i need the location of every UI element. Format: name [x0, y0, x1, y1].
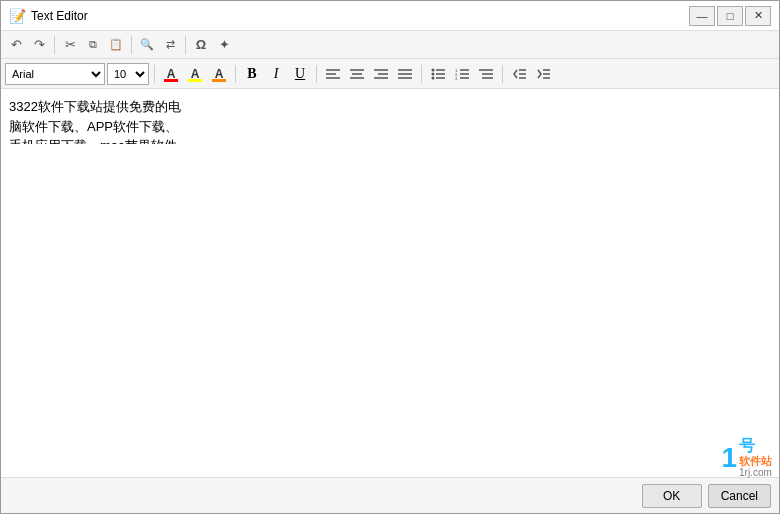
separator-align — [421, 65, 422, 83]
list-indent-button[interactable] — [475, 63, 497, 85]
highlight-color-button[interactable]: A — [184, 63, 206, 85]
align-center-button[interactable] — [346, 63, 368, 85]
redo-button[interactable]: ↷ — [28, 34, 50, 56]
separator-2 — [131, 36, 132, 54]
font-family-select[interactable]: Arial Times New Roman Courier New Verdan… — [5, 63, 105, 85]
indent-decrease-button[interactable] — [508, 63, 530, 85]
list-number-button[interactable]: 1.2.3. — [451, 63, 473, 85]
list-bullet-button[interactable] — [427, 63, 449, 85]
separator-1 — [54, 36, 55, 54]
font-size-select[interactable]: 8 9 10 11 12 14 16 18 20 24 — [107, 63, 149, 85]
replace-button[interactable]: ⇄ — [159, 34, 181, 56]
maximize-button[interactable]: □ — [717, 6, 743, 26]
editor-textarea[interactable] — [1, 89, 192, 144]
underline-button[interactable]: U — [289, 63, 311, 85]
separator-font — [154, 65, 155, 83]
window-title: Text Editor — [31, 9, 689, 23]
footer-bar: OK Cancel — [1, 477, 779, 513]
align-left-button[interactable] — [322, 63, 344, 85]
find-button[interactable]: 🔍 — [136, 34, 158, 56]
cancel-button[interactable]: Cancel — [708, 484, 771, 508]
omega-button[interactable]: Ω — [190, 34, 212, 56]
copy-button[interactable]: ⧉ — [82, 34, 104, 56]
window-controls: — □ ✕ — [689, 6, 771, 26]
cut-button[interactable]: ✂ — [59, 34, 81, 56]
align-justify-button[interactable] — [394, 63, 416, 85]
svg-point-12 — [432, 68, 435, 71]
special-button[interactable]: ✦ — [213, 34, 235, 56]
paste-button[interactable]: 📋 — [105, 34, 127, 56]
italic-button[interactable]: I — [265, 63, 287, 85]
svg-point-16 — [432, 76, 435, 79]
align-right-button[interactable] — [370, 63, 392, 85]
toolbar-formatting: Arial Times New Roman Courier New Verdan… — [1, 59, 779, 89]
separator-3 — [185, 36, 186, 54]
bg-color-button[interactable]: A — [208, 63, 230, 85]
minimize-button[interactable]: — — [689, 6, 715, 26]
title-bar: 📝 Text Editor — □ ✕ — [1, 1, 779, 31]
ok-button[interactable]: OK — [642, 484, 702, 508]
separator-color — [235, 65, 236, 83]
app-icon: 📝 — [9, 8, 25, 24]
bold-button[interactable]: B — [241, 63, 263, 85]
separator-fmt — [316, 65, 317, 83]
undo-button[interactable]: ↶ — [5, 34, 27, 56]
svg-point-14 — [432, 72, 435, 75]
svg-text:3.: 3. — [455, 76, 458, 80]
toolbar-standard: ↶ ↷ ✂ ⧉ 📋 🔍 ⇄ Ω ✦ — [1, 31, 779, 59]
separator-list — [502, 65, 503, 83]
indent-increase-button[interactable] — [532, 63, 554, 85]
close-button[interactable]: ✕ — [745, 6, 771, 26]
font-color-button[interactable]: A — [160, 63, 182, 85]
